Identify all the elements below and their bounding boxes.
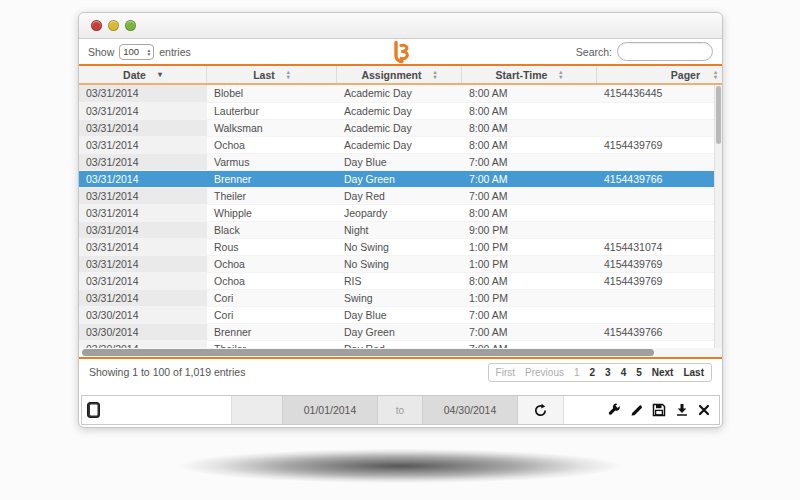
titlebar[interactable] xyxy=(79,13,722,39)
table-cell: Day Green xyxy=(337,170,462,187)
table-cell: 4154431074 xyxy=(597,238,714,255)
table-row[interactable]: 03/30/2014BrennerDay Green7:00 AM4154439… xyxy=(79,323,714,340)
date-to-field[interactable]: 04/30/2014 xyxy=(422,396,518,424)
table-cell xyxy=(597,153,714,170)
table-cell: 7:00 AM xyxy=(462,306,597,323)
close-window-button[interactable] xyxy=(91,20,102,31)
horizontal-scrollbar-thumb[interactable] xyxy=(82,349,654,356)
page-button-4[interactable]: 4 xyxy=(616,365,632,380)
column-header-pager[interactable]: Pager ▴▾ xyxy=(597,66,722,83)
table-cell: Rous xyxy=(207,238,337,255)
vertical-scrollbar-thumb[interactable] xyxy=(716,86,721,144)
action-icons-section xyxy=(564,396,719,424)
table-cell: 03/31/2014 xyxy=(79,204,207,221)
address-book-icon[interactable] xyxy=(87,402,100,418)
search-label: Search: xyxy=(576,46,612,58)
table-row[interactable]: 03/31/2014OchoaRIS8:00 AM4154439769 xyxy=(79,272,714,289)
table-row[interactable]: 03/31/2014TheilerDay Red7:00 AM xyxy=(79,187,714,204)
table-row[interactable]: 03/31/2014OchoaAcademic Day8:00 AM415443… xyxy=(79,136,714,153)
save-icon[interactable] xyxy=(652,403,666,417)
download-icon[interactable] xyxy=(675,403,689,417)
table-cell: 8:00 AM xyxy=(462,119,597,136)
toolbar-filler xyxy=(232,396,282,424)
table-cell: 03/30/2014 xyxy=(79,306,207,323)
table-cell: 7:00 AM xyxy=(462,187,597,204)
page-button-next[interactable]: Next xyxy=(647,365,679,380)
search-control: Search: xyxy=(576,42,713,61)
table-cell: Day Red xyxy=(337,187,462,204)
table-cell: Lauterbur xyxy=(207,102,337,119)
desktop-background: Show 100 ▴▾ entries Search: xyxy=(0,0,800,500)
table-cell: Day Green xyxy=(337,323,462,340)
table-cell: 03/31/2014 xyxy=(79,85,207,102)
table-cell: RIS xyxy=(337,272,462,289)
wrench-icon[interactable] xyxy=(607,403,621,417)
close-icon[interactable] xyxy=(698,404,710,416)
table-cell: 03/30/2014 xyxy=(79,340,207,348)
table-cell: 03/31/2014 xyxy=(79,221,207,238)
table-cell: Black xyxy=(207,221,337,238)
table-cell: Whipple xyxy=(207,204,337,221)
table-cell: 8:00 AM xyxy=(462,136,597,153)
table-cell: Ochoa xyxy=(207,136,337,153)
table-cell: 03/31/2014 xyxy=(79,272,207,289)
column-header-start-time[interactable]: Start-Time ▴▾ xyxy=(462,66,597,83)
table-cell: Cori xyxy=(207,289,337,306)
table-row[interactable]: 03/31/2014LauterburAcademic Day8:00 AM xyxy=(79,102,714,119)
column-label: Assignment xyxy=(361,69,421,81)
table-row[interactable]: 03/31/2014BrennerDay Green7:00 AM4154439… xyxy=(79,170,714,187)
table-cell: 7:00 AM xyxy=(462,340,597,348)
column-label: Start-Time xyxy=(496,69,548,81)
table-cell: Walksman xyxy=(207,119,337,136)
entries-label: entries xyxy=(159,46,191,58)
table-cell xyxy=(597,306,714,323)
table-row[interactable]: 03/31/2014RousNo Swing1:00 PM4154431074 xyxy=(79,238,714,255)
table-cell: Brenner xyxy=(207,323,337,340)
table-row[interactable]: 03/31/2014OchoaNo Swing1:00 PM4154439769 xyxy=(79,255,714,272)
page-button-last[interactable]: Last xyxy=(678,365,709,380)
table-cell: Day Red xyxy=(337,340,462,348)
table-cell: 7:00 AM xyxy=(462,323,597,340)
table-cell: Ochoa xyxy=(207,272,337,289)
column-header-last[interactable]: Last ▴▾ xyxy=(207,66,337,83)
column-label: Pager xyxy=(671,69,700,81)
table-cell: Theiler xyxy=(207,340,337,348)
table-cell: 1:00 PM xyxy=(462,289,597,306)
table-cell: 4154439766 xyxy=(597,170,714,187)
zoom-window-button[interactable] xyxy=(125,20,136,31)
page-size-select[interactable]: 100 ▴▾ xyxy=(119,44,154,60)
table-cell xyxy=(597,289,714,306)
table-row[interactable]: 03/31/2014CoriSwing1:00 PM xyxy=(79,289,714,306)
table-cell: 4154436445 xyxy=(597,85,714,102)
table-cell: 8:00 AM xyxy=(462,204,597,221)
minimize-window-button[interactable] xyxy=(108,20,119,31)
table-cell: Swing xyxy=(337,289,462,306)
vertical-scrollbar[interactable] xyxy=(714,85,722,348)
table-cell: 8:00 AM xyxy=(462,85,597,102)
table-row[interactable]: 03/31/2014BlobelAcademic Day8:00 AM41544… xyxy=(79,85,714,102)
table-row[interactable]: 03/31/2014WhippleJeopardy8:00 AM xyxy=(79,204,714,221)
page-button-5[interactable]: 5 xyxy=(631,365,647,380)
table-cell xyxy=(597,187,714,204)
page-button-3[interactable]: 3 xyxy=(600,365,616,380)
table-row[interactable]: 03/31/2014BlackNight9:00 PM xyxy=(79,221,714,238)
table-row[interactable]: 03/30/2014CoriDay Blue7:00 AM xyxy=(79,306,714,323)
table-cell: 4154439769 xyxy=(597,272,714,289)
table-cell: 03/31/2014 xyxy=(79,170,207,187)
pencil-icon[interactable] xyxy=(630,404,643,417)
search-input[interactable] xyxy=(617,42,713,61)
column-header-date[interactable]: Date ▾ xyxy=(79,66,207,83)
page-button-2[interactable]: 2 xyxy=(585,365,601,380)
table-row[interactable]: 03/30/2014TheilerDay Red7:00 AM xyxy=(79,340,714,348)
column-header-assignment[interactable]: Assignment ▴▾ xyxy=(337,66,462,83)
sort-both-icon: ▴▾ xyxy=(434,70,437,79)
horizontal-scrollbar[interactable] xyxy=(79,348,722,357)
table-row[interactable]: 03/31/2014VarmusDay Blue7:00 AM xyxy=(79,153,714,170)
table-row[interactable]: 03/31/2014WalksmanAcademic Day8:00 AM xyxy=(79,119,714,136)
refresh-button[interactable] xyxy=(518,396,564,424)
table-cell: 03/31/2014 xyxy=(79,255,207,272)
table-cell: 7:00 AM xyxy=(462,153,597,170)
date-from-field[interactable]: 01/01/2014 xyxy=(282,396,378,424)
footer-spacer xyxy=(79,385,722,395)
table-cell xyxy=(597,221,714,238)
